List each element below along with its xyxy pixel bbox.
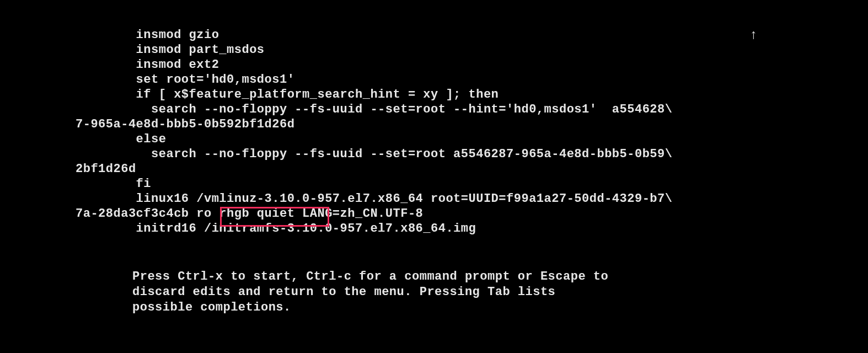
grub-help-text: Press Ctrl-x to start, Ctrl-c for a comm…	[132, 269, 608, 315]
scroll-up-arrow-icon: ↑	[749, 28, 758, 42]
grub-editor-content[interactable]: insmod gzio insmod part_msdos insmod ext…	[76, 28, 802, 236]
